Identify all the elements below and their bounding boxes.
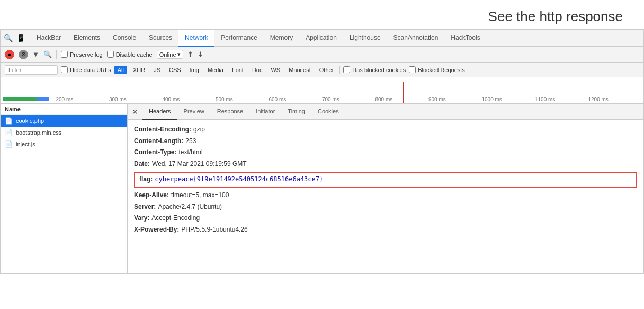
filter-input[interactable] [5,65,58,75]
header-content-length: Content-Length: 253 [134,136,637,147]
blocked-requests-label[interactable]: Blocked Requests [409,66,465,73]
detail-tab-response[interactable]: Response [211,104,250,120]
filter-icon[interactable]: ▼ [32,50,39,58]
tab-console[interactable]: Console [106,30,142,47]
flag-value: cyberpeace{9f9e191492e5405124c68516e6a43… [155,174,323,186]
filter-type-xhr[interactable]: XHR [130,66,148,74]
stop-button[interactable]: ⊘ [19,50,28,59]
tl-300: 300 ms [109,96,163,102]
upload-icon[interactable]: ⬆ [187,50,193,58]
detail-tab-initiator[interactable]: Initiator [249,104,281,120]
disable-cache-label[interactable]: Disable cache [107,51,153,58]
file-item-cookie[interactable]: 📄 cookie.php [1,115,127,127]
divider2 [339,66,340,74]
detail-panel: ✕ Headers Preview Response Initiator Tim… [128,104,643,273]
tab-bar: 🔍 📱 HackBar Elements Console Sources Net… [1,30,643,47]
tl-400: 400 ms [163,96,216,102]
timeline-labels: 100 ms 200 ms 300 ms 400 ms 500 ms 600 m… [1,96,643,102]
tl-800: 800 ms [375,96,429,102]
download-icon[interactable]: ⬇ [198,50,203,58]
tab-scan[interactable]: ScanAnnotation [387,30,445,47]
tl-1000: 1000 ms [482,96,535,102]
file-icon-php: 📄 [5,117,13,125]
tab-performance[interactable]: Performance [214,30,264,47]
file-list-header: Name [1,104,127,115]
tl-700: 700 ms [322,96,375,102]
header-content-encoding: Content-Encoding: gzip [134,124,637,136]
main-area: Name 📄 cookie.php 📄 bootstrap.min.css 📄 … [1,104,643,273]
file-item-inject[interactable]: 📄 inject.js [1,138,127,150]
record-button[interactable]: ● [5,50,14,59]
filter-type-ws[interactable]: WS [268,66,283,74]
filter-type-js[interactable]: JS [151,66,163,74]
headers-content: Content-Encoding: gzip Content-Length: 2… [128,120,643,240]
hide-data-urls-checkbox[interactable] [61,66,68,73]
has-blocked-cookies-label[interactable]: Has blocked cookies [343,66,406,73]
has-blocked-cookies-checkbox[interactable] [343,66,350,73]
header-x-powered-by: X-Powered-By: PHP/5.5.9-1ubuntu4.26 [134,224,637,236]
timeline-red-line [403,82,404,103]
flag-name: flag: [139,174,153,186]
filter-type-css[interactable]: CSS [166,66,184,74]
devtools-window: 🔍 📱 HackBar Elements Console Sources Net… [0,29,644,274]
header-date: Date: Wed, 17 Mar 2021 09:19:59 GMT [134,158,637,170]
filter-type-all[interactable]: All [114,66,127,74]
online-select[interactable]: Online ▾ [157,50,183,59]
header-server: Server: Apache/2.4.7 (Ubuntu) [134,201,637,213]
tab-network[interactable]: Network [178,30,214,47]
preserve-log-label[interactable]: Preserve log [61,51,103,58]
tl-600: 600 ms [269,96,323,102]
file-list: Name 📄 cookie.php 📄 bootstrap.min.css 📄 … [1,104,128,273]
toolbar: ● ⊘ ▼ 🔍 Preserve log Disable cache Onlin… [1,47,643,63]
search-icon[interactable]: 🔍 [43,50,52,58]
tab-memory[interactable]: Memory [264,30,299,47]
detail-tab-headers[interactable]: Headers [142,104,177,120]
tab-lighthouse[interactable]: Lighthouse [343,30,387,47]
filter-type-doc[interactable]: Doc [249,66,265,74]
tl-1200: 1200 ms [588,96,642,102]
timeline-bars [3,97,49,101]
bar-blue [37,97,49,101]
detail-tab-cookies[interactable]: Cookies [311,104,345,120]
device-icon[interactable]: 📱 [15,33,26,43]
tl-200: 200 ms [56,96,110,102]
filter-type-media[interactable]: Media [205,66,226,74]
file-icon-js: 📄 [5,140,13,148]
file-icon-css: 📄 [5,129,13,136]
header-vary: Vary: Accept-Encoding [134,213,637,224]
tab-hacktools[interactable]: HackTools [444,30,486,47]
tab-elements[interactable]: Elements [67,30,106,47]
tab-hackbar[interactable]: HackBar [30,30,67,47]
tl-1100: 1100 ms [535,96,588,102]
file-item-bootstrap[interactable]: 📄 bootstrap.min.css [1,127,127,138]
tab-icons: 🔍 📱 [3,33,26,43]
disable-cache-checkbox[interactable] [107,51,114,58]
inspect-icon[interactable]: 🔍 [3,33,13,43]
dropdown-arrow: ▾ [177,51,181,58]
filter-type-img[interactable]: Img [187,66,202,74]
filter-row: Hide data URLs All XHR JS CSS Img Media … [1,63,643,77]
hide-data-urls-label[interactable]: Hide data URLs [61,66,111,73]
tl-900: 900 ms [428,96,482,102]
divider [56,50,57,59]
preserve-log-checkbox[interactable] [61,51,68,58]
detail-close-btn[interactable]: ✕ [132,108,138,116]
detail-tab-preview[interactable]: Preview [177,104,211,120]
page-title: See the http response [0,0,644,29]
tl-500: 500 ms [216,96,269,102]
tab-application[interactable]: Application [299,30,343,47]
filter-type-manifest[interactable]: Manifest [286,66,314,74]
bar-green [3,97,37,101]
detail-tabs: ✕ Headers Preview Response Initiator Tim… [128,104,643,120]
header-keep-alive: Keep-Alive: timeout=5, max=100 [134,190,637,201]
timeline-blue-line [308,82,308,103]
filter-type-font[interactable]: Font [229,66,246,74]
timeline-row: 100 ms 200 ms 300 ms 400 ms 500 ms 600 m… [1,77,643,104]
detail-tab-timing[interactable]: Timing [281,104,311,120]
flag-row: flag: cyberpeace{9f9e191492e5405124c6851… [134,172,637,188]
filter-type-other[interactable]: Other [317,66,337,74]
header-content-type: Content-Type: text/html [134,147,637,158]
tab-sources[interactable]: Sources [142,30,178,47]
blocked-requests-checkbox[interactable] [409,66,416,73]
